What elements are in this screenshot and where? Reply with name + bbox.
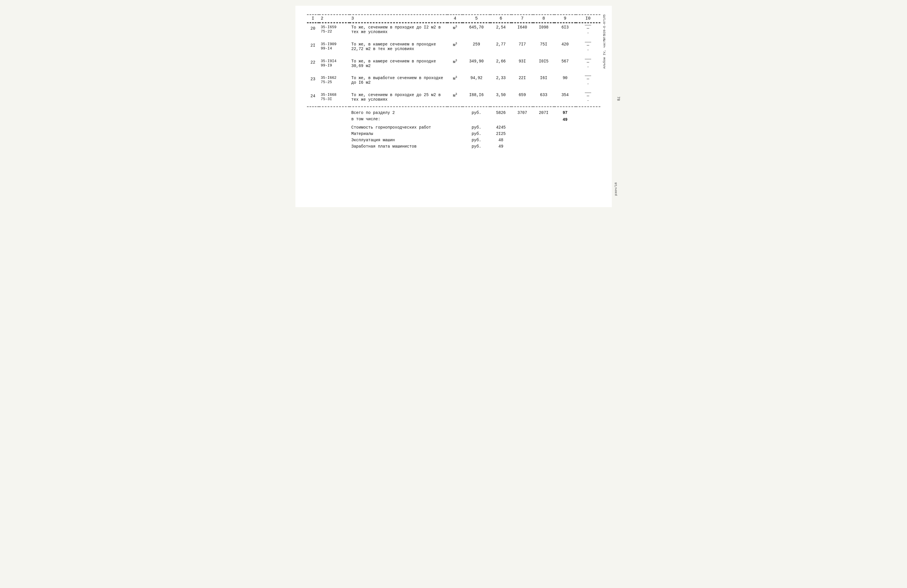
row-col6: 3,50: [490, 91, 511, 106]
summary-total-label: Всего по разделу 2: [349, 107, 447, 116]
col-header-1: I: [307, 14, 319, 22]
table-row: 24 35-I668 75-3I То же, сечением в прохо…: [307, 91, 600, 106]
row-col7: 7I7: [511, 40, 533, 55]
summary-item-row: Стоимость горнопроходческих работ руб. 4…: [307, 124, 600, 131]
row-col9: 354: [554, 91, 575, 106]
summary-total-row: Всего по разделу 2 руб. 5826 3707 207I 9…: [307, 107, 600, 116]
summary-total-col9b: 49: [554, 116, 575, 124]
row-col8: I098: [533, 23, 554, 38]
summary-item-unit-1: руб.: [463, 131, 490, 137]
summary-item-value-3: 49: [490, 143, 511, 150]
row-col7: 22I: [511, 74, 533, 89]
row-col10: — -: [576, 91, 600, 106]
table-row: 2I 35-I909 99-I4 То же, в камере сечение…: [307, 40, 600, 55]
page-number-value: 78: [616, 96, 620, 101]
row-num: 23: [307, 74, 319, 89]
row-desc: То же, сечением в проходке до 25 м2 в те…: [349, 91, 447, 106]
row-col7: 659: [511, 91, 533, 106]
bottom-right-value: рзоч/16: [614, 183, 618, 195]
summary-total-row2: в том числе: 49: [307, 116, 600, 124]
col-header-4: 4: [447, 14, 463, 22]
summary-item-label-3: Заработная плата машинистов: [349, 143, 447, 150]
summary-item-unit-0: руб.: [463, 124, 490, 131]
row-code: 35-I662 75-25: [319, 74, 349, 89]
row-col6: 2,33: [490, 74, 511, 89]
row-unit: м3: [447, 74, 463, 89]
summary-item-row: Материалы руб. 2I25: [307, 131, 600, 137]
row-desc: То же, сечением в проходке до I2 м2 в те…: [349, 23, 447, 38]
summary-total-col9: 97: [554, 107, 575, 116]
row-num: 22: [307, 57, 319, 72]
side-label-album: Альбом IV, часть 5: [603, 35, 606, 69]
row-unit: м3: [447, 40, 463, 55]
table-body: 20 35-I659 75-22 То же, сечением в прохо…: [307, 23, 600, 107]
row-col10: — -: [576, 23, 600, 38]
row-num: 20: [307, 23, 319, 38]
row-col9: 567: [554, 57, 575, 72]
row-col8: 633: [533, 91, 554, 106]
row-col6: 2,66: [490, 57, 511, 72]
row-col8: I6I: [533, 74, 554, 89]
summary-item-label-2: Эксплуатация машин: [349, 137, 447, 143]
table-wrapper: ТЛ 320-Е-071Л5 Альбом IV, часть 5 I 2 3 …: [307, 14, 600, 150]
row-col10: — -: [576, 74, 600, 89]
summary-item-unit-2: руб.: [463, 137, 490, 143]
summary-item-label-0: Стоимость горнопроходческих работ: [349, 124, 447, 131]
row-col6: 2,77: [490, 40, 511, 55]
summary-total-unit: руб.: [463, 107, 490, 116]
summary-item-label-1: Материалы: [349, 131, 447, 137]
row-col9: 6I3: [554, 23, 575, 38]
main-table: I 2 3 4 5 6 7 8 9 I0 20 35-I65: [307, 14, 600, 107]
row-num: 24: [307, 91, 319, 106]
table-row: 23 35-I662 75-25 То же, в выработке сече…: [307, 74, 600, 89]
table-row: 20 35-I659 75-22 То же, сечением в прохо…: [307, 23, 600, 38]
summary-item-value-1: 2I25: [490, 131, 511, 137]
summary-total-col7: 3707: [511, 107, 533, 116]
row-code: 35-I668 75-3I: [319, 91, 349, 106]
row-col8: I0I5: [533, 57, 554, 72]
row-num: 2I: [307, 40, 319, 55]
row-desc: То же, в камере сечением в проходке 30,6…: [349, 57, 447, 72]
row-col9: 420: [554, 40, 575, 55]
row-col10: — -: [576, 40, 600, 55]
col-header-2: 2: [319, 14, 349, 22]
summary-total-col5: 5826: [490, 107, 511, 116]
row-col6: 2,54: [490, 23, 511, 38]
row-code: 35-I909 99-I4: [319, 40, 349, 55]
row-desc: То же, в камере сечением в проходке 22,7…: [349, 40, 447, 55]
page: ТЛ 320-Е-071Л5 Альбом IV, часть 5 I 2 3 …: [295, 6, 612, 207]
summary-item-unit-3: руб.: [463, 143, 490, 150]
table-separator: [307, 106, 600, 107]
col-header-6: 6: [490, 14, 511, 22]
summary-table: Всего по разделу 2 руб. 5826 3707 207I 9…: [307, 107, 600, 150]
side-label-album-text: Альбом IV, часть 5: [603, 35, 606, 69]
row-col8: 75I: [533, 40, 554, 55]
row-col7: 93I: [511, 57, 533, 72]
row-desc: То же, в выработке сечением в проходке д…: [349, 74, 447, 89]
row-col5: 259: [463, 40, 490, 55]
table-row: 22 35-I9I4 99-I9 То же, в камере сечение…: [307, 57, 600, 72]
summary-section: Всего по разделу 2 руб. 5826 3707 207I 9…: [307, 107, 600, 150]
row-unit: м3: [447, 23, 463, 38]
summary-subtotal-label: в том числе:: [349, 116, 447, 124]
summary-item-value-2: 48: [490, 137, 511, 143]
summary-total-col8: 207I: [533, 107, 554, 116]
row-col5: I88,I6: [463, 91, 490, 106]
row-unit: м3: [447, 57, 463, 72]
row-col5: 645,70: [463, 23, 490, 38]
row-code: 35-I659 75-22: [319, 23, 349, 38]
row-col5: 94,92: [463, 74, 490, 89]
row-col10: — -: [576, 57, 600, 72]
page-number-label: 78: [616, 96, 620, 101]
col-header-7: 7: [511, 14, 533, 22]
col-header-9: 9: [554, 14, 575, 22]
col-header-10: I0: [576, 14, 600, 22]
summary-item-row: Заработная плата машинистов руб. 49: [307, 143, 600, 150]
row-code: 35-I9I4 99-I9: [319, 57, 349, 72]
summary-item-row: Эксплуатация машин руб. 48: [307, 137, 600, 143]
row-unit: м3: [447, 91, 463, 106]
summary-item-value-0: 4245: [490, 124, 511, 131]
row-col5: 349,90: [463, 57, 490, 72]
bottom-right-label: рзоч/16: [614, 183, 618, 195]
col-header-5: 5: [463, 14, 490, 22]
